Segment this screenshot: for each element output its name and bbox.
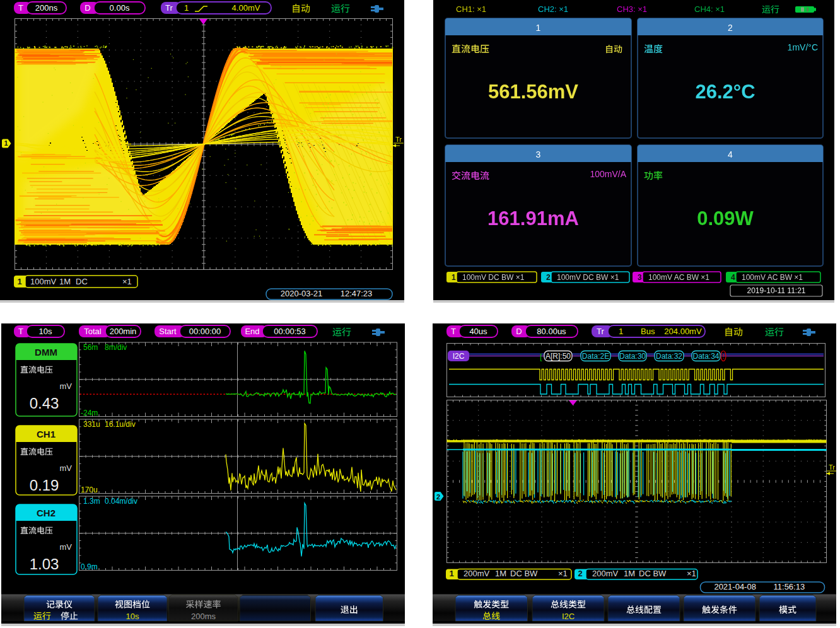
svg-text:16.1u/div: 16.1u/div (105, 420, 136, 429)
svg-text:DC BW: DC BW (639, 569, 667, 578)
svg-text:100mV/A: 100mV/A (590, 169, 626, 179)
svg-text:100mV: 100mV (30, 277, 57, 286)
svg-text:0.09W: 0.09W (697, 207, 754, 230)
svg-text:3: 3 (638, 273, 642, 282)
svg-text:Tr: Tr (597, 327, 604, 336)
svg-text:Tr: Tr (395, 136, 402, 143)
svg-text:200mV: 200mV (592, 569, 619, 578)
svg-text:1.3m: 1.3m (83, 497, 100, 506)
svg-text:161.91mA: 161.91mA (487, 207, 579, 230)
svg-text:Data:34: Data:34 (692, 352, 719, 361)
svg-text:100mV DC BW ×1: 100mV DC BW ×1 (462, 273, 525, 282)
svg-text:2: 2 (578, 569, 582, 578)
svg-text:1: 1 (449, 569, 453, 578)
svg-text:Total: Total (84, 327, 102, 336)
svg-text:00:00:53: 00:00:53 (274, 327, 306, 336)
svg-text:4: 4 (728, 149, 733, 160)
svg-text:I2C: I2C (453, 352, 465, 361)
svg-text:Data:30: Data:30 (619, 352, 646, 361)
svg-text:0.00s: 0.00s (110, 3, 130, 13)
svg-text:0.9m: 0.9m (81, 562, 98, 571)
svg-text:4.00mV: 4.00mV (232, 3, 260, 13)
svg-text:1.03: 1.03 (30, 555, 59, 573)
svg-text:Tr: Tr (829, 463, 835, 471)
svg-text:2020-03-21: 2020-03-21 (281, 289, 323, 298)
svg-text:561.56mV: 561.56mV (488, 81, 578, 103)
svg-text:Bus: Bus (641, 327, 655, 336)
svg-text:56m: 56m (83, 343, 98, 352)
svg-text:mV: mV (60, 463, 73, 473)
svg-text:11:56:13: 11:56:13 (774, 582, 805, 591)
svg-text:12:47:23: 12:47:23 (341, 289, 373, 298)
svg-text:2021-04-08: 2021-04-08 (714, 582, 756, 591)
svg-text:A[R]:50: A[R]:50 (545, 352, 571, 361)
svg-text:1: 1 (619, 327, 623, 336)
svg-text:100mV AC BW ×1: 100mV AC BW ×1 (742, 273, 803, 282)
svg-text:CH2: CH2 (37, 508, 55, 518)
svg-text:0.43: 0.43 (30, 395, 59, 412)
svg-text:×1: ×1 (122, 277, 132, 286)
svg-text:2: 2 (728, 23, 733, 33)
svg-text:mV: mV (60, 542, 73, 552)
svg-text:End: End (245, 327, 259, 336)
svg-text:26.2°C: 26.2°C (695, 81, 755, 103)
svg-text:CH3: ×1: CH3: ×1 (617, 4, 647, 14)
svg-text:CH2: ×1: CH2: ×1 (538, 4, 568, 14)
svg-text:D: D (516, 327, 522, 336)
svg-text:00:00:00: 00:00:00 (189, 327, 221, 336)
svg-text:DMM: DMM (35, 347, 57, 358)
svg-text:200min: 200min (110, 327, 137, 336)
svg-text:[: [ (540, 352, 542, 361)
svg-text:DC: DC (76, 277, 88, 286)
svg-text:0.04m/div: 0.04m/div (105, 497, 137, 506)
svg-text:Data:2E: Data:2E (582, 352, 609, 361)
svg-text:×1: ×1 (687, 569, 696, 578)
svg-text:1M: 1M (495, 569, 506, 578)
svg-text:Start: Start (159, 327, 177, 336)
svg-text:1: 1 (184, 3, 189, 13)
svg-text:2: 2 (546, 273, 551, 282)
svg-text:!: ! (722, 352, 724, 360)
svg-text:T: T (18, 327, 23, 336)
svg-text:1: 1 (536, 23, 541, 33)
svg-text:80.00us: 80.00us (537, 327, 566, 336)
svg-text:I2C: I2C (562, 612, 575, 621)
svg-text:10s: 10s (39, 327, 52, 336)
svg-text:T: T (451, 327, 456, 336)
svg-text:1M: 1M (624, 569, 635, 578)
svg-text:100mV DC BW ×1: 100mV DC BW ×1 (557, 273, 619, 282)
svg-text:200mV: 200mV (464, 569, 490, 578)
svg-text:3: 3 (536, 149, 541, 160)
svg-text:331u: 331u (83, 420, 100, 429)
svg-text:0.19: 0.19 (30, 477, 59, 494)
svg-text:1: 1 (4, 139, 8, 147)
svg-text:-24m: -24m (81, 409, 98, 417)
svg-text:10s: 10s (126, 612, 139, 621)
svg-text:1: 1 (17, 277, 21, 286)
svg-text:1: 1 (452, 273, 456, 282)
svg-text:170u: 170u (81, 486, 98, 494)
svg-text:Tr: Tr (165, 3, 173, 13)
svg-text:D: D (85, 3, 90, 13)
svg-text:2: 2 (436, 493, 440, 501)
svg-text:1M: 1M (59, 277, 71, 286)
svg-text:Data:32: Data:32 (656, 352, 682, 361)
svg-text:×1: ×1 (558, 569, 568, 578)
svg-text:mV: mV (60, 381, 73, 391)
svg-text:DC BW: DC BW (510, 569, 538, 578)
svg-text:204.00mV: 204.00mV (664, 327, 702, 336)
svg-text:100mV AC BW ×1: 100mV AC BW ×1 (648, 273, 709, 282)
svg-text:CH1: CH1 (37, 429, 55, 439)
svg-text:1mV/°C: 1mV/°C (788, 42, 818, 52)
svg-text:200ns: 200ns (35, 3, 58, 13)
svg-text:2019-10-11 11:21: 2019-10-11 11:21 (747, 286, 806, 295)
svg-text:8m/div: 8m/div (105, 343, 127, 352)
svg-text:CH4: ×1: CH4: ×1 (694, 4, 725, 14)
svg-text:40us: 40us (469, 327, 487, 336)
svg-text:CH1: ×1: CH1: ×1 (456, 4, 486, 14)
svg-text:200ms: 200ms (191, 612, 216, 621)
svg-text:T: T (18, 3, 23, 13)
svg-text:4: 4 (731, 273, 735, 282)
